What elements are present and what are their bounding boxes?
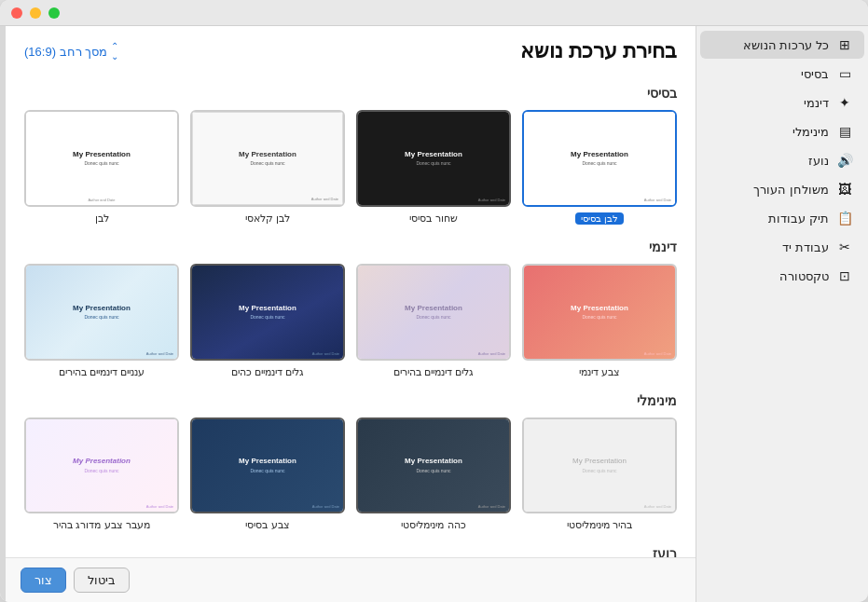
template-dynamic-color[interactable]: My Presentation Donec quis nunc Author a… — [522, 264, 677, 378]
template-dynamic-dark[interactable]: My Presentation Donec quis nunc Author a… — [190, 264, 345, 378]
template-minimal-basic[interactable]: My Presentation Donec quis nunc Author a… — [190, 417, 345, 532]
texture-icon: ⊡ — [836, 267, 853, 284]
size-selector[interactable]: ⌃⌄ מסך רחב (16:9) — [24, 41, 118, 62]
thumb-title: My Presentation — [239, 457, 296, 466]
template-label-dynamic-clouds: ענניים דינמיים בהירים — [59, 366, 145, 378]
thumb-title: My Presentation — [73, 150, 131, 159]
sidebar-label-texture: טקסטורה — [779, 269, 829, 283]
template-panel: בחירת ערכת נושא ⌃⌄ מסך רחב (16:9) בסיסי … — [6, 26, 696, 602]
minimal-grid: My Presentation Donec quis nunc Author a… — [24, 417, 677, 532]
noise-icon: 🔊 — [836, 152, 853, 169]
thumb-title: My Presentation — [405, 457, 462, 466]
basic-icon: ▭ — [836, 65, 853, 82]
create-button[interactable]: צור — [21, 568, 66, 593]
template-dynamic-light[interactable]: My Presentation Donec quis nunc Author a… — [356, 264, 511, 378]
dynamic-grid: My Presentation Donec quis nunc Author a… — [24, 264, 677, 378]
sidebar-label-handwritten: עבודת יד — [782, 240, 829, 254]
thumb-subtitle: Donec quis nunc — [582, 314, 616, 321]
sidebar-label-basic: בסיסי — [801, 67, 829, 81]
minimize-button[interactable] — [30, 7, 41, 19]
thumb-subtitle: Donec quis nunc — [84, 468, 118, 474]
template-minimal-full[interactable]: My Presentation Donec quis nunc Author a… — [356, 417, 511, 532]
thumb-subtitle: Donec quis nunc — [250, 468, 284, 474]
template-label-minimal-full: כהה מינימליסטי — [401, 519, 465, 531]
template-white-basic[interactable]: My Presentation Donec quis nunc Author a… — [522, 110, 677, 225]
template-white[interactable]: My Presentation Donec quis nunc Author a… — [24, 110, 179, 225]
sidebar-label-editorial: משולחן העורך — [753, 183, 829, 197]
template-black-basic[interactable]: My Presentation Donec quis nunc Author a… — [356, 110, 511, 225]
sidebar-label-minimal: מינימלי — [792, 125, 829, 139]
thumb-author: Author and Date — [478, 351, 505, 356]
thumb-title: My Presentation — [405, 150, 462, 159]
sidebar-item-minimal[interactable]: ▤ מינימלי — [700, 117, 864, 145]
template-label-classic: לבן קלאסי — [245, 212, 290, 225]
sidebar-label-dynamic: דינמי — [804, 96, 829, 110]
section-title-minimal: מינימלי — [24, 393, 677, 408]
handwritten-icon: ✂ — [836, 239, 853, 255]
template-label-dynamic-color: צבע דינמי — [579, 366, 620, 378]
thumb-subtitle: Donec quis nunc — [582, 160, 616, 167]
thumb-subtitle: Donec quis nunc — [416, 314, 450, 321]
main-window: בחירת ערכת נושא ⌃⌄ מסך רחב (16:9) בסיסי … — [0, 0, 868, 602]
sidebar-label-all: כל ערכות הנושא — [743, 38, 829, 52]
sidebar-item-basic[interactable]: ▭ בסיסי — [700, 60, 864, 88]
sidebar-item-noise[interactable]: 🔊 נועז — [700, 146, 864, 174]
thumb-author: Author and Date — [644, 351, 671, 356]
sidebar-item-editorial[interactable]: 🖼 משולחן העורך — [700, 175, 864, 203]
page-title: בחירת ערכת נושא — [520, 39, 677, 63]
thumb-author: Author and Date — [88, 198, 115, 202]
sidebar-item-portfolio[interactable]: 📋 תיק עבודות — [700, 204, 864, 232]
panel-header: בחירת ערכת נושא ⌃⌄ מסך רחב (16:9) — [6, 26, 696, 71]
thumb-subtitle: Donec quis nunc — [84, 160, 118, 167]
thumb-author: Author and Date — [644, 198, 671, 202]
thumb-author: Author and Date — [311, 197, 338, 201]
thumb-title: My Presentation — [405, 304, 462, 313]
thumb-author: Author and Date — [644, 504, 671, 509]
sidebar-label-portfolio: תיק עבודות — [768, 212, 829, 226]
thumb-title: My Presentation — [571, 304, 628, 313]
sidebar-item-handwritten[interactable]: ✂ עבודת יד — [700, 233, 864, 261]
thumb-author: Author and Date — [478, 198, 505, 202]
sidebar-item-all[interactable]: ⊞ כל ערכות הנושא — [700, 31, 864, 59]
thumb-author: Author and Date — [146, 504, 173, 509]
template-label-minimal-basic: צבע בסיסי — [245, 519, 289, 531]
editorial-icon: 🖼 — [836, 181, 853, 198]
thumb-author: Author and Date — [312, 504, 339, 509]
template-minimal-light[interactable]: My Presentation Donec quis nunc Author a… — [522, 417, 677, 532]
thumb-subtitle: Donec quis nunc — [582, 468, 616, 474]
thumb-title: My Presentation — [572, 457, 627, 466]
size-label: מסך רחב (16:9) — [24, 45, 107, 59]
sidebar-item-dynamic[interactable]: ✦ דינמי — [700, 89, 864, 116]
template-label-white-basic: לבן בסיסי — [575, 212, 624, 225]
template-label-minimal-color: מעבר צבע מדורג בהיר — [53, 519, 149, 531]
thumb-title: My Presentation — [73, 457, 131, 466]
section-title-dynamic: דינמי — [24, 239, 677, 254]
maximize-button[interactable] — [48, 7, 60, 19]
thumb-author: Author and Date — [312, 351, 339, 356]
thumb-subtitle: Donec quis nunc — [250, 314, 284, 321]
thumb-title: My Presentation — [73, 304, 131, 313]
main-content: בחירת ערכת נושא ⌃⌄ מסך רחב (16:9) בסיסי … — [0, 26, 868, 602]
section-title-noise: רועז — [24, 546, 677, 557]
basic-grid: My Presentation Donec quis nunc Author a… — [24, 110, 677, 225]
template-label-dynamic-dark: גלים דינמיים כהים — [231, 366, 304, 378]
templates-scroll[interactable]: בסיסי My Presentation Donec quis nunc Au… — [6, 71, 696, 557]
sidebar-item-texture[interactable]: ⊡ טקסטורה — [700, 262, 864, 290]
template-dynamic-clouds[interactable]: My Presentation Donec quis nunc Author a… — [24, 264, 179, 378]
portfolio-icon: 📋 — [836, 210, 853, 226]
close-button[interactable] — [11, 7, 22, 19]
thumb-subtitle: Donec quis nunc — [84, 314, 118, 321]
panel-footer: צור ביטול — [6, 557, 696, 602]
template-minimal-color[interactable]: My Presentation Donec quis nunc Author a… — [24, 417, 179, 532]
cancel-button[interactable]: ביטול — [74, 568, 130, 593]
thumb-title: My Presentation — [239, 150, 296, 159]
thumb-subtitle: Donec quis nunc — [250, 160, 284, 167]
template-label-dynamic-light: גלים דינמיים בהירים — [393, 366, 474, 378]
thumb-subtitle: Donec quis nunc — [416, 468, 450, 474]
template-classic-white[interactable]: My Presentation Donec quis nunc Author a… — [190, 110, 345, 225]
thumb-author: Author and Date — [478, 504, 505, 509]
thumb-author: Author and Date — [146, 351, 173, 356]
template-label-black: שחור בסיסי — [409, 212, 457, 225]
template-label-white: לבן — [95, 212, 109, 225]
template-label-minimal-light: בהיר מינימליסטי — [567, 519, 632, 531]
